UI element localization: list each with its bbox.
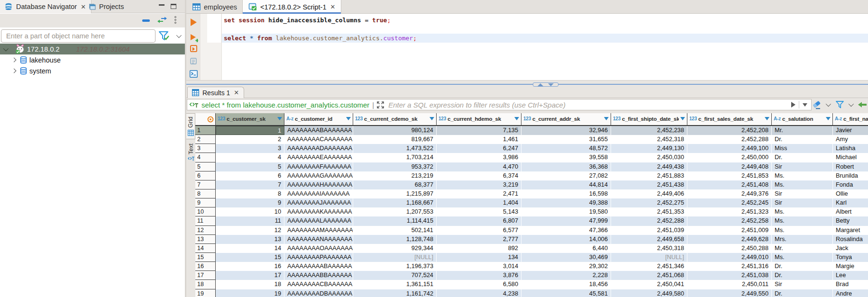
grid-cell[interactable]: Ms. [772,253,833,262]
grid-cell[interactable]: 134 [437,253,521,262]
grid-cell[interactable]: Fonda [833,180,868,189]
grid-cell[interactable]: Sir [772,198,833,207]
row-number[interactable]: 18 [195,280,216,289]
column-header-c_first_na[interactable]: A-zc_first_na [833,113,868,126]
grid-cell[interactable]: Mr. [772,244,833,253]
grid-cell[interactable]: 819,667 [353,135,437,144]
grid-cell[interactable]: AAAAAAAAABAAAAAA [284,262,353,271]
column-header-c_current_cdemo_sk[interactable]: 123c_current_cdemo_sk [353,113,437,126]
grid-cell[interactable]: 6,374 [437,171,521,180]
grid-cell[interactable]: 44,814 [521,180,611,189]
row-number[interactable]: 11 [195,216,216,225]
grid-cell[interactable]: 2,452,275 [611,198,687,207]
grid-cell[interactable]: Miss [772,144,833,153]
grid-cell[interactable]: 2,452,258 [687,216,772,225]
grid-cell[interactable]: 1,404 [437,198,521,207]
tree-item-connection[interactable]: 172.18.0.2 172.18.0.2:31604 [0,44,185,54]
grid-cell[interactable]: 2,451,009 [687,226,772,235]
row-number[interactable]: 17 [195,271,216,280]
grid-cell[interactable]: 19,580 [521,207,611,216]
grid-cell[interactable]: 1,361,151 [353,280,437,289]
code-line[interactable] [222,25,868,34]
grid-cell[interactable]: 6 [216,171,284,180]
grid-cell[interactable]: 2,452,208 [687,126,772,135]
sash-up-icon[interactable] [538,83,543,86]
tree-item-system[interactable]: system [0,65,185,76]
row-number[interactable]: 8 [195,189,216,198]
grid-cell[interactable]: 2,451,438 [611,180,687,189]
grid-cell[interactable]: 2,449,406 [611,189,687,198]
grid-cell[interactable]: AAAAAAAAOAAAAAAA [284,244,353,253]
filter-settings-icon[interactable] [158,31,170,41]
grid-cell[interactable]: Brunilda [833,171,868,180]
row-number[interactable]: 15 [195,253,216,262]
grid-cell[interactable]: Dr. [772,153,833,162]
row-number[interactable]: 13 [195,235,216,244]
row-number[interactable]: 7 [195,180,216,189]
grid-cell[interactable]: 1,207,553 [353,207,437,216]
grid-cell[interactable]: 9 [216,198,284,207]
column-header-c_salutation[interactable]: A-zc_salutation [772,113,833,126]
tab-script-1[interactable]: <172.18.0.2> Script-1 ✕ [242,0,341,14]
grid-cell[interactable]: 18,456 [521,280,611,289]
grid-cell[interactable]: 980,124 [353,126,437,135]
grid-cell[interactable]: 4,238 [437,289,521,297]
grid-cell[interactable]: Sir [772,280,833,289]
grid-cell[interactable]: 2,452,238 [611,126,687,135]
grid-cell[interactable]: 2,451,883 [611,171,687,180]
grid-cell[interactable]: 2,451,353 [611,207,687,216]
grid-cell[interactable]: 5,143 [437,207,521,216]
sort-dropdown-icon[interactable] [429,117,434,120]
grid-cell[interactable]: 2,449,100 [687,144,772,153]
grid-cell[interactable]: Margie [833,262,868,271]
grid-cell[interactable]: 39,558 [521,153,611,162]
grid-cell[interactable]: 929,344 [353,244,437,253]
tab-employees[interactable]: employees [187,0,242,14]
link-with-editor-icon[interactable] [157,16,167,24]
grid-cell[interactable]: Betty [833,216,868,225]
grid-cell[interactable]: 2,451,068 [611,271,687,280]
code-line[interactable]: select * from lakehouse.customer_analyti… [222,34,868,43]
editor-results-sash[interactable] [186,80,868,87]
grid-cell[interactable]: Ms. [772,216,833,225]
grid-cell[interactable]: 19 [216,289,284,297]
grid-cell[interactable]: 31,655 [521,135,611,144]
row-number[interactable]: 5 [195,162,216,171]
grid-cell[interactable]: AAAAAAAADAAAAAAA [284,144,353,153]
grid-cell[interactable]: 4 [216,153,284,162]
grid-cell[interactable]: 2,449,550 [687,289,772,297]
grid-cell[interactable]: 12 [216,226,284,235]
grid-cell[interactable]: 2,449,376 [687,189,772,198]
sort-dropdown-icon[interactable] [765,117,769,120]
grid-cell[interactable]: Dr. [772,271,833,280]
grid-cell[interactable]: 2,450,030 [611,153,687,162]
grid-cell[interactable]: 2,228 [521,271,611,280]
tree-item-lakehouse[interactable]: lakehouse [0,54,185,65]
collapse-all-icon[interactable] [142,19,150,22]
grid-cell[interactable]: 2,451,408 [687,180,772,189]
erase-filter-dropdown-icon[interactable] [826,101,831,107]
grid-cell[interactable]: 2,451,346 [611,262,687,271]
grid-cell[interactable]: 2,449,658 [611,235,687,244]
grid-cell[interactable]: [NULL] [611,253,687,262]
close-icon[interactable]: ✕ [233,90,239,96]
sort-dropdown-icon[interactable] [514,117,519,120]
grid-cell[interactable]: 16,598 [521,189,611,198]
filter-history-icon[interactable] [803,103,807,107]
grid-cell[interactable]: 6,807 [437,216,521,225]
grid-cell[interactable]: Robert [833,162,868,171]
execute-statement-icon[interactable] [186,18,201,26]
grid-cell[interactable]: 2,777 [437,235,521,244]
grid-cell[interactable]: 48,572 [521,144,611,153]
grid-cell[interactable]: 16 [216,262,284,271]
grid-cell[interactable]: 18 [216,280,284,289]
grid-cell[interactable]: Rosalinda [833,235,868,244]
grid-cell[interactable]: Albert [833,207,868,216]
grid-cell[interactable]: Michael [833,153,868,162]
grid-cell[interactable]: 2,449,438 [611,162,687,171]
expander-icon[interactable] [2,47,9,51]
grid-cell[interactable]: 1,114,415 [353,216,437,225]
maximize-icon[interactable] [171,4,176,9]
grid-cell[interactable]: 1,703,214 [353,153,437,162]
grid-cell[interactable]: 6,247 [437,144,521,153]
